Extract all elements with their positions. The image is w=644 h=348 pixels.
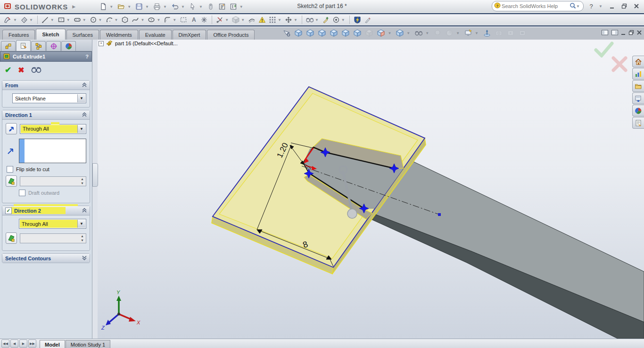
- linear-pattern-dropdown-icon[interactable]: ▼: [278, 18, 281, 22]
- centerline-endpoint[interactable]: [438, 213, 441, 216]
- undo-icon[interactable]: [170, 1, 180, 12]
- zoom-select-icon[interactable]: [281, 28, 292, 38]
- convert-entities-dropdown-icon[interactable]: ▼: [241, 18, 245, 22]
- restore-button[interactable]: [619, 2, 629, 10]
- tab-motion-study-1[interactable]: Motion Study 1: [66, 340, 110, 348]
- nav-prev-icon[interactable]: ◀: [10, 340, 18, 348]
- sketch-dropdown-icon[interactable]: ▼: [13, 18, 17, 22]
- combo-dropdown-icon[interactable]: ▼: [77, 125, 85, 133]
- restore-icon[interactable]: [628, 30, 634, 36]
- section-selected-contours-header[interactable]: Selected Contours: [2, 254, 90, 263]
- move-entities-icon[interactable]: [283, 15, 294, 25]
- save-icon[interactable]: [134, 1, 144, 12]
- spline-icon[interactable]: [130, 15, 140, 25]
- ellipse-icon[interactable]: [146, 15, 157, 25]
- search-box[interactable]: ? ▼: [492, 1, 584, 11]
- options-dropdown-icon[interactable]: ▼: [239, 5, 243, 9]
- draft-angle-spinner2[interactable]: ▲ ▼: [20, 233, 86, 243]
- graphics-viewport[interactable]: 1.20 8 Y X: [98, 40, 644, 339]
- tab-sketch[interactable]: Sketch: [36, 29, 65, 40]
- pm-tab-config-tab[interactable]: [31, 41, 46, 51]
- open-dropdown-icon[interactable]: ▼: [127, 5, 131, 9]
- task-pane-custom-properties-icon[interactable]: [632, 117, 644, 129]
- sketch-pen-icon[interactable]: [363, 15, 373, 25]
- confirm-cancel-corner-icon[interactable]: [611, 56, 628, 74]
- construction-geometry-icon[interactable]: [178, 15, 189, 25]
- point-icon[interactable]: [199, 15, 209, 25]
- print-icon[interactable]: [152, 1, 162, 12]
- tab-office-products[interactable]: Office Products: [207, 30, 255, 40]
- bar-top-face[interactable]: [372, 156, 644, 322]
- combo-dropdown-icon[interactable]: ▼: [77, 220, 85, 228]
- circle-icon[interactable]: [88, 15, 99, 25]
- display-delete-relations-icon[interactable]: [305, 15, 315, 25]
- pm-tab-feature-tab[interactable]: [1, 41, 16, 51]
- help-button[interactable]: ?: [586, 2, 596, 10]
- trim-entities-dropdown-icon[interactable]: ▼: [225, 18, 229, 22]
- previous-view-icon[interactable]: [364, 28, 374, 38]
- sketch-toggle-icon[interactable]: [206, 1, 216, 12]
- section-direction2-header[interactable]: ✓ Direction 2: [2, 206, 90, 215]
- view-setting-up-axis-icon[interactable]: [482, 28, 492, 38]
- pm-tab-property-tab[interactable]: [16, 40, 31, 51]
- spline-dropdown-icon[interactable]: ▼: [140, 18, 144, 22]
- section-view-icon[interactable]: [376, 28, 386, 38]
- pane-right-icon[interactable]: [611, 29, 619, 37]
- rectangle-icon[interactable]: [56, 15, 66, 25]
- slot-icon[interactable]: [72, 15, 83, 25]
- display-style-dropdown-icon[interactable]: ▼: [425, 31, 429, 35]
- detailed-preview-icon[interactable]: [31, 66, 41, 74]
- arc-icon[interactable]: [104, 15, 115, 25]
- task-pane-view-palette-icon[interactable]: [632, 92, 644, 104]
- view-cube-right-icon[interactable]: [329, 28, 339, 38]
- flip-side-checkbox[interactable]: [7, 166, 13, 173]
- panel-splitter[interactable]: [92, 40, 98, 339]
- menu-flyout-icon[interactable]: ▶: [72, 4, 75, 9]
- fillet-icon[interactable]: [162, 15, 173, 25]
- draft-outward-checkbox[interactable]: [19, 190, 25, 196]
- nav-last-icon[interactable]: ▶▶: [28, 340, 36, 348]
- task-pane-design-library-icon[interactable]: [632, 80, 644, 92]
- pane-left-icon[interactable]: [601, 29, 609, 37]
- offset-entities-icon[interactable]: [247, 15, 257, 25]
- camera-icon[interactable]: [494, 28, 504, 38]
- minimize-button[interactable]: [607, 2, 617, 10]
- collapse-chevron-icon[interactable]: [82, 83, 87, 88]
- tab-model[interactable]: Model: [40, 340, 65, 348]
- select-icon[interactable]: [188, 1, 198, 12]
- start-condition-combo[interactable]: Sketch Plane ▼: [12, 93, 86, 103]
- tab-dimxpert[interactable]: DimXpert: [173, 30, 206, 40]
- search-icon[interactable]: [570, 2, 576, 10]
- save-dropdown-icon[interactable]: ▼: [145, 5, 149, 9]
- move-entities-dropdown-icon[interactable]: ▼: [294, 18, 297, 22]
- section-view-dropdown-icon[interactable]: ▼: [388, 31, 391, 35]
- appearances-dropdown-icon[interactable]: ▼: [456, 31, 460, 35]
- tab-surfaces[interactable]: Surfaces: [66, 30, 99, 40]
- trim-entities-icon[interactable]: [215, 15, 225, 25]
- draft-button[interactable]: [6, 232, 17, 244]
- print-dropdown-icon[interactable]: ▼: [163, 5, 167, 9]
- undo-dropdown-icon[interactable]: ▼: [181, 5, 185, 9]
- edit-scene-icon[interactable]: [463, 28, 473, 38]
- text-icon[interactable]: A: [189, 15, 199, 25]
- flip-side-label[interactable]: Flip side to cut: [16, 166, 50, 172]
- snapshot-icon[interactable]: [517, 28, 528, 38]
- circle-dropdown-icon[interactable]: ▼: [99, 18, 102, 22]
- motion-icon[interactable]: [505, 28, 516, 38]
- tree-root-label[interactable]: part 16 (Default<<Default...: [115, 41, 178, 46]
- linear-pattern-icon[interactable]: [267, 15, 278, 25]
- shadows-icon[interactable]: [432, 28, 443, 38]
- expand-chevron-icon[interactable]: [82, 256, 87, 261]
- select-dropdown-icon[interactable]: ▼: [199, 5, 203, 9]
- instant2d-icon[interactable]: [352, 15, 363, 25]
- section-from-header[interactable]: From: [2, 81, 90, 90]
- sketch-icon[interactable]: [3, 15, 13, 25]
- search-input[interactable]: [501, 3, 570, 9]
- line-dropdown-icon[interactable]: ▼: [50, 18, 54, 22]
- nav-first-icon[interactable]: ◀◀: [1, 340, 9, 348]
- tab-weldments[interactable]: Weldments: [100, 30, 138, 40]
- end-condition1-combo[interactable]: Through All ▼: [20, 124, 86, 134]
- view-orientation-icon[interactable]: [395, 28, 405, 38]
- smart-dimension-icon[interactable]: [19, 15, 29, 25]
- draft-angle-spinner[interactable]: ▲ ▼: [20, 176, 86, 186]
